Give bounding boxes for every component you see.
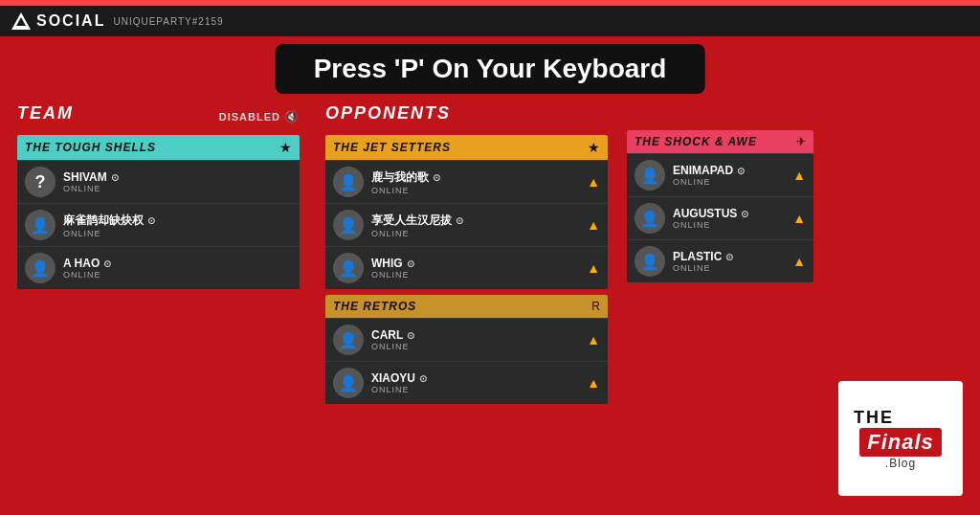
avatar-person-icon: 👤 <box>640 253 659 271</box>
player-status: ONLINE <box>673 220 785 230</box>
player-row: 👤 A HAO ⊙ ONLINE <box>17 246 300 289</box>
player-status: ONLINE <box>673 263 785 273</box>
star-icon: ★ <box>588 140 600 155</box>
avatar: 👤 <box>635 246 665 277</box>
warning-icon: ▲ <box>792 211 806 226</box>
player-info: 麻雀鹊却缺炔权 ⊙ ONLINE <box>63 213 292 238</box>
player-row: 👤 AUGUSTUS ⊙ ONLINE ▲ <box>627 196 813 239</box>
player-row: 👤 鹿与我的歌 ⊙ ONLINE ▲ <box>325 160 608 203</box>
avatar: 👤 <box>333 210 364 240</box>
player-info: AUGUSTUS ⊙ ONLINE <box>673 207 785 230</box>
jet-setters-header: THE JET SETTERS ★ <box>325 135 608 160</box>
player-info: A HAO ⊙ ONLINE <box>63 257 292 280</box>
player-name: WHIG ⊙ <box>371 257 579 270</box>
opponents-label: OPPONENTS <box>325 103 451 123</box>
team-card-shock-awe: THE SHOCK & AWE ✈ 👤 ENIMAPAD ⊙ ONLINE ▲ … <box>627 130 813 282</box>
player-row: 👤 享受人生汉尼拔 ⊙ ONLINE ▲ <box>325 203 608 246</box>
star-icon: ★ <box>279 140 292 155</box>
steam-icon: ⊙ <box>725 252 733 262</box>
opponents-header: OPPONENTS <box>325 103 608 129</box>
warning-icon: ▲ <box>792 254 806 269</box>
party-id: UNIQUEPARTY#2159 <box>113 16 223 27</box>
disabled-status: DISABLED 🔇 <box>219 110 300 123</box>
avatar: ? <box>25 167 56 197</box>
shock-awe-icon: ✈ <box>796 135 806 148</box>
player-name: ENIMAPAD ⊙ <box>673 164 785 177</box>
team-name: THE TOUGH SHELLS <box>25 141 156 154</box>
social-label: SOCIAL <box>36 12 105 30</box>
avatar: 👤 <box>333 325 364 355</box>
steam-icon: ⊙ <box>407 258 414 269</box>
avatar-person-icon: 👤 <box>640 210 659 228</box>
avatar-person-icon: 👤 <box>339 173 358 191</box>
team-card-header: THE TOUGH SHELLS ★ <box>17 135 300 160</box>
avatar-person-icon: 👤 <box>339 259 358 278</box>
finals-main-text: Finals <box>859 428 942 457</box>
logo-triangle-icon <box>11 12 31 30</box>
avatar-person-icon: 👤 <box>339 374 358 392</box>
avatar-person-icon: 👤 <box>640 167 659 185</box>
finals-the-text: THE <box>846 408 894 428</box>
header-bar: SOCIAL UNIQUEPARTY#2159 <box>0 6 980 36</box>
player-row: 👤 WHIG ⊙ ONLINE ▲ <box>325 246 608 289</box>
avatar-person-icon: 👤 <box>339 216 358 235</box>
team-label: TEAM <box>17 103 74 123</box>
player-row: 👤 ENIMAPAD ⊙ ONLINE ▲ <box>627 153 813 196</box>
avatar: 👤 <box>25 210 56 240</box>
retros-name: THE RETROS <box>333 300 416 313</box>
player-name: A HAO ⊙ <box>63 257 292 270</box>
avatar: 👤 <box>25 253 56 283</box>
player-status: ONLINE <box>371 229 579 238</box>
player-status: ONLINE <box>63 270 292 280</box>
player-status: ONLINE <box>63 229 292 238</box>
avatar: 👤 <box>333 167 364 197</box>
team-card-jet-setters: THE JET SETTERS ★ 👤 鹿与我的歌 ⊙ ONLINE ▲ 👤 <box>325 135 608 289</box>
player-info: PLASTIC ⊙ ONLINE <box>673 250 785 273</box>
third-section: THE SHOCK & AWE ✈ 👤 ENIMAPAD ⊙ ONLINE ▲ … <box>627 103 813 285</box>
speaker-icon: 🔇 <box>284 110 300 123</box>
player-name: PLASTIC ⊙ <box>673 250 785 263</box>
team-header: TEAM DISABLED 🔇 <box>17 103 300 129</box>
steam-icon: ⊙ <box>456 215 463 226</box>
player-name: 享受人生汉尼拔 ⊙ <box>371 213 579 229</box>
player-row: 👤 麻雀鹊却缺炔权 ⊙ ONLINE <box>17 203 300 246</box>
player-name: 麻雀鹊却缺炔权 ⊙ <box>63 213 292 229</box>
player-status: ONLINE <box>371 342 579 351</box>
player-info: 享受人生汉尼拔 ⊙ ONLINE <box>371 213 579 238</box>
avatar: 👤 <box>635 203 665 234</box>
retros-header: THE RETROS R <box>325 295 608 318</box>
shock-awe-header: THE SHOCK & AWE ✈ <box>627 130 813 153</box>
player-row: 👤 PLASTIC ⊙ ONLINE ▲ <box>627 239 813 282</box>
opponents-section: OPPONENTS THE JET SETTERS ★ 👤 鹿与我的歌 ⊙ ON… <box>325 103 608 407</box>
player-info: ENIMAPAD ⊙ ONLINE <box>673 164 785 187</box>
player-name: AUGUSTUS ⊙ <box>673 207 785 220</box>
logo: SOCIAL <box>11 12 105 30</box>
shock-awe-name: THE SHOCK & AWE <box>635 135 757 148</box>
jet-setters-name: THE JET SETTERS <box>333 141 451 154</box>
player-name: CARL ⊙ <box>371 328 579 342</box>
player-info: XIAOYU ⊙ ONLINE <box>371 371 579 394</box>
team-card-tough-shells: THE TOUGH SHELLS ★ ? SHIVAM ⊙ ONLINE 👤 麻… <box>17 135 300 289</box>
warning-icon: ▲ <box>792 168 806 183</box>
player-row: 👤 CARL ⊙ ONLINE ▲ <box>325 318 608 361</box>
steam-icon: ⊙ <box>111 172 119 183</box>
press-p-banner: Press 'P' On Your Keyboard <box>276 44 705 94</box>
steam-icon: ⊙ <box>433 172 440 183</box>
avatar-person-icon: 👤 <box>339 331 358 349</box>
team-section: TEAM DISABLED 🔇 THE TOUGH SHELLS ★ ? SHI… <box>17 103 300 292</box>
avatar: 👤 <box>333 253 364 283</box>
player-info: SHIVAM ⊙ ONLINE <box>63 170 292 193</box>
steam-icon: ⊙ <box>419 373 427 384</box>
player-row: 👤 XIAOYU ⊙ ONLINE ▲ <box>325 361 608 404</box>
player-info: WHIG ⊙ ONLINE <box>371 257 579 280</box>
player-status: ONLINE <box>673 177 785 187</box>
warning-icon: ▲ <box>587 375 600 391</box>
player-info: 鹿与我的歌 ⊙ ONLINE <box>371 169 579 195</box>
player-name: XIAOYU ⊙ <box>371 371 579 385</box>
retros-icon: R <box>591 300 600 313</box>
warning-icon: ▲ <box>587 260 600 276</box>
steam-icon: ⊙ <box>147 215 155 226</box>
warning-icon: ▲ <box>587 217 600 233</box>
player-info: CARL ⊙ ONLINE <box>371 328 579 351</box>
warning-icon: ▲ <box>587 174 600 190</box>
